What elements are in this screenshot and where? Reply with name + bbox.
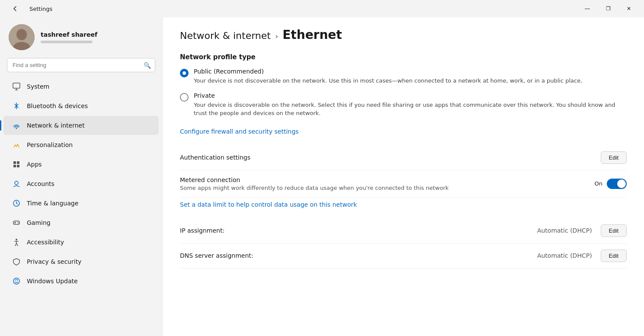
auth-settings-edit-button[interactable]: Edit [601, 151, 627, 164]
svg-rect-8 [17, 161, 19, 164]
bluetooth-icon [12, 102, 21, 110]
sidebar-item-system[interactable]: System [3, 77, 159, 96]
ip-assignment-row: IP assignment: Automatic (DHCP) Edit [180, 218, 627, 243]
gaming-icon [12, 218, 21, 227]
svg-rect-3 [13, 83, 20, 88]
system-icon [12, 82, 21, 91]
sidebar-item-privacy-label: Privacy & security [27, 258, 81, 265]
sidebar-item-time[interactable]: Time & language [3, 194, 159, 213]
public-radio-label: Public (Recommended) [194, 68, 627, 75]
sidebar-item-bluetooth-label: Bluetooth & devices [27, 102, 88, 109]
svg-point-19 [13, 278, 19, 284]
minimize-button[interactable]: — [577, 2, 597, 15]
data-limit-link[interactable]: Set a data limit to help control data us… [180, 201, 357, 208]
ip-assignment-label: IP assignment: [180, 227, 224, 234]
sidebar-item-accounts[interactable]: Accounts [3, 174, 159, 193]
sidebar: tashreef shareef 🔍 System Bluetooth & de… [0, 17, 162, 336]
breadcrumb-parent[interactable]: Network & internet [180, 30, 271, 41]
ip-assignment-value: Automatic (DHCP) [537, 227, 592, 234]
close-button[interactable]: ✕ [619, 2, 639, 15]
private-radio-button[interactable] [180, 93, 189, 102]
sidebar-item-gaming[interactable]: Gaming [3, 213, 159, 232]
public-radio-button[interactable] [180, 69, 189, 77]
public-radio-desc: Your device is not discoverable on the n… [194, 77, 627, 85]
sidebar-item-personalization-label: Personalization [27, 141, 73, 148]
sidebar-item-update-label: Windows Update [27, 278, 78, 285]
window-controls: — ❐ ✕ [577, 2, 639, 15]
svg-rect-7 [13, 161, 16, 164]
title-bar: Settings — ❐ ✕ [0, 0, 644, 17]
public-radio-option: Public (Recommended) Your device is not … [180, 68, 627, 85]
privacy-icon [12, 257, 21, 266]
network-profile-title: Network profile type [180, 53, 627, 61]
user-bar [41, 41, 93, 43]
svg-point-18 [16, 239, 17, 240]
main-content: Network & internet › Ethernet Network pr… [162, 17, 644, 336]
search-box: 🔍 [7, 58, 155, 72]
breadcrumb-current: Ethernet [282, 28, 342, 42]
auth-settings-label: Authentication settings [180, 154, 250, 161]
dns-assignment-row: DNS server assignment: Automatic (DHCP) … [180, 243, 627, 269]
user-name: tashreef shareef [41, 31, 97, 38]
app-body: tashreef shareef 🔍 System Bluetooth & de… [0, 17, 644, 336]
breadcrumb-separator: › [275, 32, 278, 41]
sidebar-item-update[interactable]: Windows Update [3, 272, 159, 291]
user-section: tashreef shareef [0, 17, 162, 56]
ip-assignment-edit-button[interactable]: Edit [601, 224, 627, 237]
svg-rect-10 [17, 165, 19, 167]
time-icon [12, 199, 21, 208]
metered-connection-row: Metered connection Some apps might work … [180, 170, 627, 198]
network-icon [12, 121, 21, 130]
metered-toggle[interactable] [607, 179, 627, 189]
svg-point-16 [17, 222, 18, 223]
toggle-knob [617, 179, 626, 188]
search-input[interactable] [7, 58, 155, 72]
metered-state-label: On [595, 180, 602, 187]
breadcrumb: Network & internet › Ethernet [163, 17, 644, 49]
firewall-link[interactable]: Configure firewall and security settings [180, 128, 298, 135]
sidebar-item-network[interactable]: Network & internet [3, 116, 159, 135]
apps-icon [12, 160, 21, 169]
svg-point-11 [15, 181, 18, 185]
sidebar-item-accessibility-label: Accessibility [27, 239, 64, 246]
sidebar-item-personalization[interactable]: Personalization [3, 135, 159, 154]
personalization-icon [12, 141, 21, 149]
metered-toggle-wrap: On [595, 179, 627, 189]
content-body: Network profile type Public (Recommended… [163, 49, 644, 286]
sidebar-item-gaming-label: Gaming [27, 219, 51, 226]
dns-assignment-label: DNS server assignment: [180, 252, 253, 259]
svg-point-1 [16, 29, 27, 40]
svg-point-6 [16, 128, 17, 129]
update-icon [12, 277, 21, 285]
metered-label: Metered connection [180, 176, 449, 183]
avatar[interactable] [9, 24, 35, 50]
auth-settings-row: Authentication settings Edit [180, 145, 627, 170]
accounts-icon [12, 179, 21, 188]
sidebar-item-accounts-label: Accounts [27, 180, 54, 187]
sidebar-item-bluetooth[interactable]: Bluetooth & devices [3, 96, 159, 115]
maximize-button[interactable]: ❐ [598, 2, 618, 15]
sidebar-item-apps-label: Apps [27, 161, 42, 168]
accessibility-icon [12, 238, 21, 246]
search-icon: 🔍 [144, 62, 151, 69]
private-radio-desc: Your device is discoverable on the netwo… [194, 101, 627, 118]
sidebar-nav: System Bluetooth & devices Network & int… [0, 77, 162, 291]
sidebar-item-time-label: Time & language [27, 200, 78, 207]
sidebar-item-network-label: Network & internet [27, 122, 85, 129]
private-radio-option: Private Your device is discoverable on t… [180, 92, 627, 118]
svg-point-17 [18, 223, 19, 224]
sidebar-item-privacy[interactable]: Privacy & security [3, 252, 159, 271]
dns-assignment-edit-button[interactable]: Edit [601, 250, 627, 262]
back-button[interactable] [5, 2, 25, 15]
sidebar-item-accessibility[interactable]: Accessibility [3, 233, 159, 252]
metered-desc: Some apps might work differently to redu… [180, 185, 449, 191]
svg-rect-9 [13, 165, 16, 167]
sidebar-item-apps[interactable]: Apps [3, 155, 159, 174]
dns-assignment-value: Automatic (DHCP) [537, 252, 592, 259]
private-radio-label: Private [194, 92, 627, 99]
window-title: Settings [29, 6, 52, 12]
sidebar-item-system-label: System [27, 83, 49, 90]
